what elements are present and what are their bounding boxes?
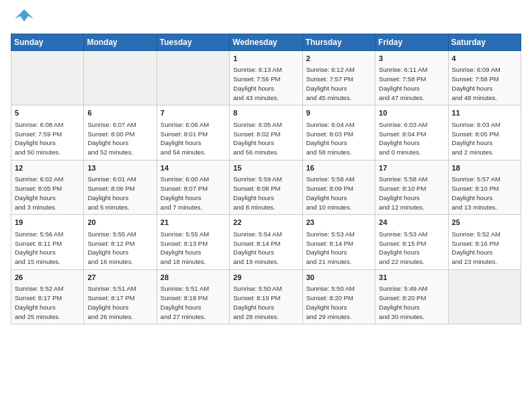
sunrise-text: Sunrise: 5:51 AM (87, 285, 136, 292)
daylight-label: Daylight hours (87, 248, 128, 256)
daylight-label: Daylight hours (452, 248, 493, 256)
sunrise-text: Sunrise: 5:50 AM (306, 285, 355, 292)
daylight-label: Daylight hours (306, 85, 347, 92)
sunrise-text: Sunrise: 6:13 AM (233, 66, 281, 73)
sunrise-text: Sunrise: 6:05 AM (233, 121, 281, 128)
calendar-cell: 19Sunrise: 5:56 AMSunset: 8:11 PMDayligh… (11, 215, 84, 269)
day-info: Sunrise: 6:12 AMSunset: 7:57 PMDaylight … (306, 65, 371, 102)
daylight-minutes: and 3 minutes. (15, 203, 56, 211)
calendar-cell: 9Sunrise: 6:04 AMSunset: 8:03 PMDaylight… (302, 105, 375, 160)
sunset-text: Sunset: 8:10 PM (379, 185, 426, 192)
sunrise-text: Sunrise: 5:49 AM (379, 285, 427, 292)
day-number: 18 (452, 163, 517, 173)
calendar: SundayMondayTuesdayWednesdayThursdayFrid… (11, 34, 521, 324)
daylight-label: Daylight hours (15, 248, 56, 256)
sunrise-text: Sunrise: 5:56 AM (15, 230, 63, 238)
daylight-minutes: and 28 minutes. (233, 313, 279, 320)
day-info: Sunrise: 5:55 AMSunset: 8:12 PMDaylight … (87, 230, 152, 267)
day-number: 23 (306, 218, 371, 228)
daylight-label: Daylight hours (233, 194, 274, 201)
day-info: Sunrise: 6:01 AMSunset: 8:06 PMDaylight … (87, 175, 152, 212)
calendar-cell: 16Sunrise: 5:58 AMSunset: 8:09 PMDayligh… (302, 160, 375, 214)
calendar-cell: 24Sunrise: 5:53 AMSunset: 8:15 PMDayligh… (375, 215, 448, 269)
calendar-cell: 2Sunrise: 6:12 AMSunset: 7:57 PMDaylight… (302, 51, 375, 105)
sunrise-text: Sunrise: 5:57 AM (452, 175, 500, 183)
day-number: 24 (379, 218, 444, 228)
calendar-cell: 23Sunrise: 5:53 AMSunset: 8:14 PMDayligh… (302, 215, 375, 269)
day-info: Sunrise: 6:07 AMSunset: 8:00 PMDaylight … (87, 120, 152, 157)
sunrise-text: Sunrise: 5:51 AM (161, 285, 209, 292)
sunset-text: Sunset: 8:12 PM (87, 240, 134, 247)
weekday-header: Wednesday (230, 34, 302, 51)
daylight-minutes: and 29 minutes. (306, 313, 352, 320)
sunset-text: Sunset: 8:20 PM (306, 294, 353, 302)
daylight-minutes: and 47 minutes. (379, 94, 425, 101)
day-number: 3 (379, 54, 444, 64)
sunrise-text: Sunrise: 6:01 AM (87, 175, 136, 183)
day-info: Sunrise: 5:57 AMSunset: 8:10 PMDaylight … (452, 175, 517, 212)
weekday-header: Friday (375, 34, 448, 51)
calendar-cell: 4Sunrise: 6:09 AMSunset: 7:58 PMDaylight… (448, 51, 521, 105)
daylight-minutes: and 5 minutes. (87, 203, 129, 211)
sunset-text: Sunset: 8:18 PM (161, 294, 208, 302)
day-info: Sunrise: 5:53 AMSunset: 8:15 PMDaylight … (379, 230, 444, 267)
calendar-cell: 20Sunrise: 5:55 AMSunset: 8:12 PMDayligh… (84, 215, 157, 269)
day-number: 5 (15, 108, 80, 118)
sunset-text: Sunset: 8:11 PM (15, 240, 62, 247)
day-info: Sunrise: 6:03 AMSunset: 8:05 PMDaylight … (452, 120, 517, 157)
calendar-cell: 22Sunrise: 5:54 AMSunset: 8:14 PMDayligh… (230, 215, 302, 269)
daylight-label: Daylight hours (161, 304, 202, 311)
day-number: 27 (87, 273, 152, 283)
day-number: 7 (161, 108, 226, 118)
sunset-text: Sunset: 7:57 PM (306, 75, 353, 83)
daylight-label: Daylight hours (452, 85, 493, 92)
day-info: Sunrise: 5:52 AMSunset: 8:16 PMDaylight … (452, 230, 517, 267)
day-info: Sunrise: 6:11 AMSunset: 7:58 PMDaylight … (379, 65, 444, 102)
sunset-text: Sunset: 7:58 PM (452, 75, 499, 83)
sunset-text: Sunset: 8:03 PM (306, 130, 353, 138)
calendar-cell: 25Sunrise: 5:52 AMSunset: 8:16 PMDayligh… (448, 215, 521, 269)
day-number: 31 (379, 273, 444, 283)
calendar-week-row: 5Sunrise: 6:08 AMSunset: 7:59 PMDaylight… (11, 105, 521, 160)
svg-marker-0 (15, 9, 34, 21)
daylight-minutes: and 21 minutes. (306, 258, 352, 265)
daylight-label: Daylight hours (15, 139, 56, 146)
sunrise-text: Sunrise: 5:58 AM (306, 175, 355, 183)
daylight-label: Daylight hours (15, 304, 56, 311)
daylight-minutes: and 43 minutes. (233, 94, 279, 101)
sunrise-text: Sunrise: 5:55 AM (87, 230, 136, 238)
sunrise-text: Sunrise: 5:53 AM (379, 230, 427, 238)
daylight-minutes: and 7 minutes. (161, 203, 202, 211)
sunrise-text: Sunrise: 6:06 AM (161, 121, 209, 128)
day-info: Sunrise: 6:03 AMSunset: 8:04 PMDaylight … (379, 120, 444, 157)
calendar-week-row: 12Sunrise: 6:02 AMSunset: 8:05 PMDayligh… (11, 160, 521, 214)
sunset-text: Sunset: 7:56 PM (233, 75, 280, 83)
sunrise-text: Sunrise: 5:52 AM (15, 285, 63, 292)
sunset-text: Sunset: 8:14 PM (306, 240, 353, 247)
sunrise-text: Sunrise: 6:07 AM (87, 121, 136, 128)
logo-bird-icon (15, 7, 34, 28)
sunrise-text: Sunrise: 5:50 AM (233, 285, 281, 292)
day-number: 25 (452, 218, 517, 228)
weekday-header: Saturday (448, 34, 521, 51)
sunset-text: Sunset: 8:04 PM (379, 130, 426, 138)
day-info: Sunrise: 5:52 AMSunset: 8:17 PMDaylight … (15, 284, 80, 321)
day-number: 11 (452, 108, 517, 118)
daylight-minutes: and 50 minutes. (15, 148, 60, 156)
calendar-cell: 10Sunrise: 6:03 AMSunset: 8:04 PMDayligh… (375, 105, 448, 160)
daylight-minutes: and 12 minutes. (379, 203, 425, 211)
day-number: 10 (379, 108, 444, 118)
calendar-cell: 3Sunrise: 6:11 AMSunset: 7:58 PMDaylight… (375, 51, 448, 105)
daylight-label: Daylight hours (233, 248, 274, 256)
calendar-week-row: 26Sunrise: 5:52 AMSunset: 8:17 PMDayligh… (11, 269, 521, 324)
daylight-label: Daylight hours (306, 194, 347, 201)
daylight-label: Daylight hours (452, 194, 493, 201)
sunset-text: Sunset: 8:17 PM (87, 294, 134, 302)
daylight-minutes: and 22 minutes. (379, 258, 425, 265)
calendar-cell: 12Sunrise: 6:02 AMSunset: 8:05 PMDayligh… (11, 160, 84, 214)
calendar-week-row: 1Sunrise: 6:13 AMSunset: 7:56 PMDaylight… (11, 51, 521, 105)
day-number: 2 (306, 54, 371, 64)
daylight-minutes: and 13 minutes. (452, 203, 498, 211)
daylight-label: Daylight hours (233, 304, 274, 311)
day-info: Sunrise: 6:08 AMSunset: 7:59 PMDaylight … (15, 120, 80, 157)
